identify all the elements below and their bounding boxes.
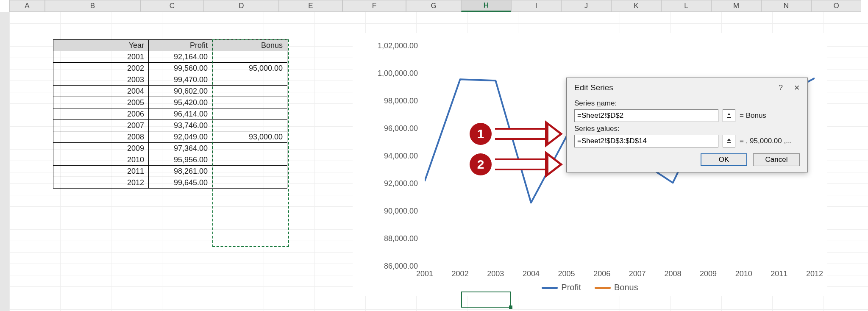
table-row[interactable]: 200192,164.00: [53, 51, 287, 63]
ok-button[interactable]: OK: [701, 153, 747, 166]
column-header-H[interactable]: H: [461, 0, 511, 12]
table-row[interactable]: 200595,420.00: [53, 97, 287, 108]
x-tick: 2002: [452, 266, 469, 278]
legend: Profit Bonus: [353, 283, 827, 292]
grid-area[interactable]: Year Profit Bonus 200192,164.00200299,56…: [9, 12, 868, 311]
x-tick: 2012: [806, 266, 823, 278]
header-bonus[interactable]: Bonus: [212, 40, 287, 51]
column-header-J[interactable]: J: [561, 0, 611, 12]
y-tick: 96,000.00: [384, 124, 425, 133]
callout-arrow-2: [495, 158, 563, 170]
x-tick: 2004: [523, 266, 540, 278]
header-year[interactable]: Year: [53, 40, 149, 51]
column-header-M[interactable]: M: [711, 0, 761, 12]
column-header-G[interactable]: G: [406, 0, 461, 12]
column-header-A[interactable]: A: [9, 0, 45, 12]
column-header-F[interactable]: F: [342, 0, 406, 12]
range-picker-values[interactable]: [723, 135, 735, 147]
table-row[interactable]: 201299,645.00: [53, 177, 287, 189]
column-header-D[interactable]: D: [204, 0, 279, 12]
legend-item-profit: Profit: [542, 283, 581, 292]
table-row[interactable]: 200892,049.0093,000.00: [53, 131, 287, 143]
row-header-gutter: [0, 12, 9, 311]
column-header-N[interactable]: N: [761, 0, 811, 12]
table-row[interactable]: 201198,261.00: [53, 166, 287, 177]
table-row[interactable]: 201095,956.00: [53, 154, 287, 166]
legend-label-profit: Profit: [561, 283, 581, 292]
dialog-title: Edit Series: [574, 83, 613, 92]
table-row[interactable]: 200299,560.0095,000.00: [53, 63, 287, 74]
help-icon[interactable]: ?: [779, 83, 783, 92]
table-row[interactable]: 200696,414.00: [53, 108, 287, 120]
column-header-B[interactable]: B: [45, 0, 140, 12]
y-tick: 88,000.00: [384, 234, 425, 243]
callout-badge-1: 1: [470, 123, 492, 145]
column-header-L[interactable]: L: [661, 0, 711, 12]
table-row[interactable]: 200997,364.00: [53, 143, 287, 154]
range-picker-name[interactable]: [723, 109, 735, 122]
legend-label-bonus: Bonus: [614, 283, 638, 292]
x-tick: 2011: [771, 266, 787, 278]
x-tick: 2007: [629, 266, 646, 278]
x-tick: 2001: [416, 266, 433, 278]
callout-badge-2: 2: [470, 153, 492, 175]
close-icon[interactable]: ✕: [794, 83, 800, 92]
x-tick: 2006: [593, 266, 610, 278]
column-header-I[interactable]: I: [511, 0, 561, 12]
column-header-E[interactable]: E: [279, 0, 342, 12]
x-tick: 2008: [664, 266, 681, 278]
x-tick: 2010: [735, 266, 752, 278]
table-row[interactable]: 200793,746.00: [53, 120, 287, 131]
data-table: Year Profit Bonus 200192,164.00200299,56…: [53, 39, 287, 189]
dialog-titlebar: Edit Series ? ✕: [567, 78, 807, 95]
cancel-button[interactable]: Cancel: [753, 153, 800, 166]
column-header-C[interactable]: C: [140, 0, 204, 12]
table-row[interactable]: 200399,470.00: [53, 74, 287, 86]
edit-series-dialog: Edit Series ? ✕ Series name: = Bonus Ser…: [566, 78, 808, 172]
series-values-label: Series values:: [574, 125, 800, 133]
x-tick: 2009: [700, 266, 717, 278]
legend-swatch-profit: [542, 287, 558, 289]
callout-arrow-1: [495, 128, 563, 140]
y-tick: 1,00,000.00: [378, 69, 425, 78]
column-header-O[interactable]: O: [811, 0, 861, 12]
series-name-result: = Bonus: [740, 111, 766, 120]
series-values-input[interactable]: [574, 135, 718, 147]
legend-swatch-bonus: [595, 287, 611, 289]
y-tick: 98,000.00: [384, 97, 425, 106]
table-row[interactable]: 200490,602.00: [53, 86, 287, 97]
x-tick: 2005: [558, 266, 575, 278]
legend-item-bonus: Bonus: [595, 283, 638, 292]
series-name-label: Series name:: [574, 99, 800, 108]
column-header-K[interactable]: K: [611, 0, 661, 12]
x-tick: 2003: [487, 266, 504, 278]
y-tick: 92,000.00: [384, 179, 425, 188]
series-name-input[interactable]: [574, 109, 718, 122]
y-tick: 1,02,000.00: [378, 42, 425, 50]
worksheet: ABCDEFGHIJKLMNO Year Profit Bonus 200192…: [0, 0, 868, 311]
header-profit[interactable]: Profit: [149, 40, 212, 51]
y-tick: 90,000.00: [384, 207, 425, 216]
y-tick: 94,000.00: [384, 152, 425, 161]
series-values-result: = , 95,000.00 ,...: [740, 137, 792, 145]
